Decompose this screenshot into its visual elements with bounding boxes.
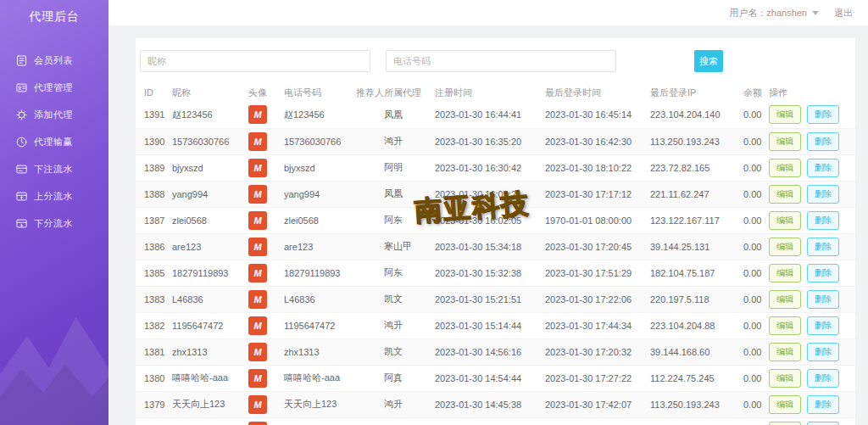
- cell-actions: 编辑删除: [769, 128, 855, 154]
- logout-button[interactable]: 退出: [834, 7, 853, 20]
- edit-button[interactable]: 编辑: [769, 369, 801, 388]
- table-row: 1389bjyxszdMbjyxszd阿明2023-01-30 16:30:42…: [136, 154, 855, 181]
- edit-button[interactable]: 编辑: [769, 211, 801, 230]
- cell-avatar: M: [248, 128, 284, 154]
- avatar: M: [248, 211, 267, 230]
- delete-button[interactable]: 删除: [807, 105, 839, 124]
- delete-button[interactable]: 删除: [807, 343, 839, 361]
- cell-id: 1388: [136, 181, 172, 207]
- cell-avatar: M: [248, 181, 284, 207]
- cell-phone: 15736030766: [284, 128, 356, 154]
- edit-button[interactable]: 编辑: [769, 159, 801, 177]
- sidebar-item-agent-winloss[interactable]: 代理输赢: [0, 128, 108, 155]
- table-row: 139015736030766M15736030766鸿升2023-01-30 …: [136, 128, 855, 154]
- deposit-flow-icon: [15, 190, 28, 203]
- cell-agent: 凯文: [384, 286, 435, 312]
- cell-referrer: [356, 391, 384, 417]
- delete-button[interactable]: 删除: [807, 159, 839, 177]
- table-row: 1381zhx1313Mzhx1313凯文2023-01-30 14:56:16…: [136, 338, 855, 365]
- cell-nickname: 15736030766: [172, 128, 248, 154]
- delete-button[interactable]: 删除: [807, 132, 839, 151]
- cell-referrer: [356, 181, 384, 207]
- delete-button[interactable]: 删除: [807, 238, 839, 256]
- cell-balance: 0.00: [743, 391, 769, 417]
- sidebar-item-label: 下注流水: [34, 163, 73, 176]
- column-header: 电话号码: [284, 83, 356, 102]
- table-row: 1391赵123456M赵123456凤凰2023-01-30 16:44:41…: [136, 102, 855, 128]
- delete-button[interactable]: 删除: [807, 211, 839, 230]
- avatar: M: [248, 395, 267, 414]
- search-input-nickname[interactable]: [140, 50, 370, 72]
- column-header: 最后登录IP: [650, 83, 743, 102]
- bet-flow-icon: [15, 163, 28, 176]
- sidebar-item-agent-manage[interactable]: 代理管理: [0, 74, 108, 101]
- cell-agent: 凤凰: [384, 102, 435, 128]
- cell-nickname: 赵123456: [172, 102, 248, 128]
- cell-agent: 凤凰: [384, 181, 435, 207]
- app-title: 代理后台: [0, 0, 108, 25]
- sidebar-item-label: 代理管理: [34, 81, 73, 94]
- sidebar-item-deposit-flow[interactable]: 上分流水: [0, 182, 108, 210]
- sidebar-item-bet-flow[interactable]: 下注流水: [0, 155, 108, 182]
- edit-button[interactable]: 编辑: [769, 316, 801, 335]
- column-header: 昵称: [172, 83, 248, 102]
- cell-actions: 编辑删除: [769, 365, 855, 391]
- sidebar-item-withdraw-flow[interactable]: 下分流水: [0, 210, 108, 237]
- cell-actions: 编辑删除: [769, 260, 855, 286]
- delete-button[interactable]: 删除: [807, 264, 839, 282]
- cell-last-login-time: 2023-01-30 17:39:12: [545, 417, 650, 425]
- cell-phone: zhx1313: [284, 338, 356, 365]
- cell-reg-time: 2023-01-30 16:30:42: [435, 154, 545, 181]
- cell-nickname: 18279119893: [172, 260, 248, 286]
- delete-button[interactable]: 删除: [807, 422, 839, 425]
- edit-button[interactable]: 编辑: [769, 395, 801, 414]
- edit-button[interactable]: 编辑: [769, 185, 801, 204]
- cell-actions: 编辑删除: [769, 207, 855, 233]
- cell-actions: 编辑删除: [769, 338, 855, 365]
- table-row: 1387zlei0568Mzlei0568阿东2023-01-30 16:02:…: [136, 207, 855, 233]
- cell-balance: 0.00: [743, 154, 769, 181]
- cell-reg-time: 2023-01-30 15:32:38: [435, 260, 545, 286]
- search-input-phone[interactable]: [386, 50, 616, 72]
- cell-nickname: are123: [172, 233, 248, 260]
- edit-button[interactable]: 编辑: [769, 105, 801, 124]
- delete-button[interactable]: 删除: [807, 395, 839, 414]
- edit-button[interactable]: 编辑: [769, 264, 801, 282]
- delete-button[interactable]: 删除: [807, 290, 839, 309]
- table-row: 1379天天向上123M天天向上123鸿升2023-01-30 14:45:38…: [136, 391, 855, 417]
- delete-button[interactable]: 删除: [807, 369, 839, 388]
- cell-last-login-ip: 220.197.5.118: [650, 286, 743, 312]
- cell-nickname: zhx1313: [172, 338, 248, 365]
- cell-last-login-ip: 113.250.193.243: [650, 391, 743, 417]
- cell-balance: 0.00: [743, 312, 769, 338]
- delete-button[interactable]: 删除: [807, 316, 839, 335]
- cell-id: 1381: [136, 338, 172, 365]
- cell-avatar: M: [248, 102, 284, 128]
- cell-actions: 编辑删除: [769, 181, 855, 207]
- delete-button[interactable]: 删除: [807, 185, 839, 204]
- cell-last-login-ip: 223.72.82.165: [650, 154, 743, 181]
- column-header: 注册时间: [435, 83, 545, 102]
- cell-last-login-ip: 182.104.75.187: [650, 260, 743, 286]
- edit-button[interactable]: 编辑: [769, 343, 801, 361]
- search-button[interactable]: 搜索: [694, 50, 723, 72]
- cell-phone: are123: [284, 233, 356, 260]
- edit-button[interactable]: 编辑: [769, 290, 801, 309]
- edit-button[interactable]: 编辑: [769, 132, 801, 151]
- column-header: ID: [136, 83, 172, 102]
- table-row: 1388yang994Myang994凤凰2023-01-30 16:09:21…: [136, 181, 855, 207]
- cell-referrer: [356, 286, 384, 312]
- cell-referrer: [356, 102, 384, 128]
- cell-actions: 编辑删除: [769, 154, 855, 181]
- edit-button[interactable]: 编辑: [769, 422, 801, 425]
- sidebar-item-member-list[interactable]: 会员列表: [0, 47, 108, 74]
- cell-actions: 编辑删除: [769, 391, 855, 417]
- cell-reg-time: 2023-01-30 16:02:05: [435, 207, 545, 233]
- user-menu[interactable]: 用户名：zhanshen: [729, 7, 819, 20]
- table-header-row: ID昵称头像电话号码推荐人所属代理注册时间最后登录时间最后登录IP余额操作: [136, 83, 855, 102]
- cell-id: 1390: [136, 128, 172, 154]
- sidebar-item-add-agent[interactable]: 添加代理: [0, 101, 108, 128]
- cell-reg-time: 2023-01-30 16:09:21: [435, 181, 545, 207]
- edit-button[interactable]: 编辑: [769, 238, 801, 256]
- cell-last-login-time: 1970-01-01 08:00:00: [545, 207, 650, 233]
